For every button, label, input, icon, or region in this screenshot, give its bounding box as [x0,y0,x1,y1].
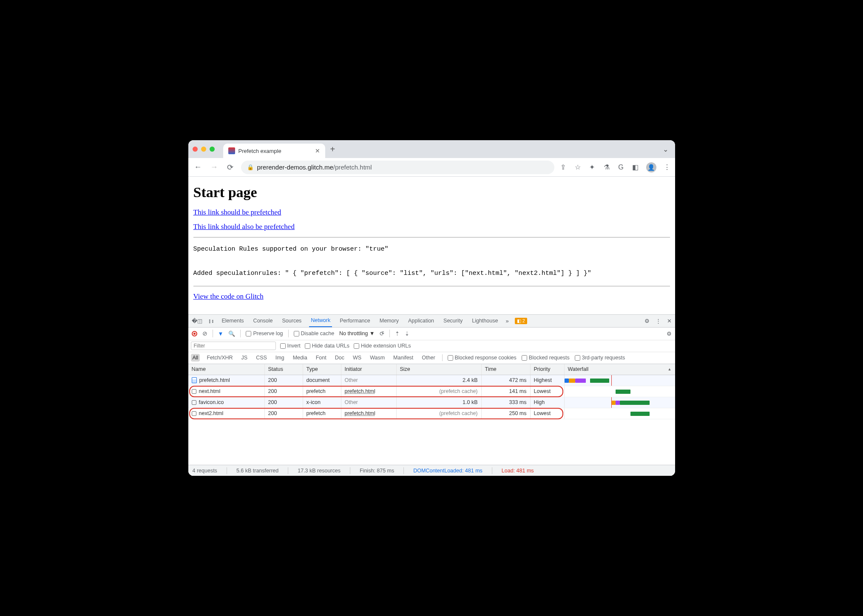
type-filter-media[interactable]: Media [291,354,309,362]
status-resources: 17.3 kB resources [298,468,341,474]
new-tab-button[interactable]: + [330,144,335,154]
devtools-tab-network[interactable]: Network [309,314,332,327]
blocked-cookies-checkbox[interactable]: Blocked response cookies [448,355,517,361]
search-icon[interactable]: 🔍 [228,331,235,337]
hide-data-urls-checkbox[interactable]: Hide data URLs [305,343,349,349]
cell-priority: Highest [531,375,565,386]
devtools-tab-elements[interactable]: Elements [220,314,246,327]
settings-icon[interactable]: ⚙ [644,318,650,324]
preserve-log-checkbox[interactable]: Preserve log [246,331,283,336]
devtools-tab-memory[interactable]: Memory [378,314,400,327]
type-filter-js[interactable]: JS [240,354,250,362]
page-heading: Start page [193,184,670,201]
favicon-icon [228,147,235,154]
invert-checkbox[interactable]: Invert [280,343,301,349]
disable-cache-checkbox[interactable]: Disable cache [294,331,335,336]
hide-extension-urls-checkbox[interactable]: Hide extension URLs [354,343,411,349]
more-tabs-icon[interactable]: » [505,318,508,324]
cell-waterfall [565,375,675,386]
col-size[interactable]: Size [397,364,482,375]
third-party-checkbox[interactable]: 3rd-party requests [575,355,625,361]
type-filter-fetchxhr[interactable]: Fetch/XHR [205,354,234,362]
prefetch-link-1[interactable]: This link should be prefetched [193,208,281,216]
type-filter-font[interactable]: Font [314,354,328,362]
devtools-tab-sources[interactable]: Sources [280,314,303,327]
table-row[interactable]: next2.html200prefetchprefetch.html(prefe… [188,408,675,419]
throttling-select[interactable]: No throttling ▼ [339,331,375,336]
type-filter-wasm[interactable]: Wasm [368,354,386,362]
window-maximize-button[interactable] [210,147,215,152]
cell-initiator: Other [341,397,397,408]
warning-badge[interactable]: ◧ 2 [515,318,527,324]
share-icon[interactable]: ⇪ [559,163,567,171]
export-har-icon[interactable]: ⇣ [405,331,409,337]
import-har-icon[interactable]: ⇡ [395,331,400,337]
devtools-close-icon[interactable]: ✕ [667,318,672,324]
type-filter-img[interactable]: Img [274,354,286,362]
devtools-tab-performance[interactable]: Performance [338,314,372,327]
devtools-tab-console[interactable]: Console [252,314,275,327]
back-button[interactable]: ← [193,163,204,172]
initiator-text[interactable]: prefetch.html [345,410,375,416]
browser-tab[interactable]: Prefetch example ✕ [223,144,325,158]
cell-initiator: Other [341,375,397,386]
table-header: Name Status Type Initiator Size Time Pri… [188,364,675,375]
window-close-button[interactable] [193,147,198,152]
forward-button[interactable]: → [209,163,220,172]
extensions-icon[interactable]: ✦ [588,163,596,171]
type-filter-css[interactable]: CSS [254,354,269,362]
blocked-requests-checkbox[interactable]: Blocked requests [522,355,570,361]
filter-toggle-icon[interactable]: ▼ [218,331,224,337]
table-row[interactable]: favicon.ico200x-iconOther1.0 kB333 msHig… [188,397,675,408]
cell-size: (prefetch cache) [397,408,482,419]
inspect-icon[interactable]: �◫ [192,318,202,324]
type-filter-manifest[interactable]: Manifest [392,354,415,362]
type-filter-ws[interactable]: WS [351,354,363,362]
divider [193,237,670,237]
type-filter-other[interactable]: Other [420,354,437,362]
col-priority[interactable]: Priority [531,364,565,375]
col-name[interactable]: Name [188,364,265,375]
status-finish: Finish: 875 ms [360,468,394,474]
type-filter-doc[interactable]: Doc [333,354,346,362]
reload-button[interactable]: ⟳ [225,163,236,172]
status-load: Load: 481 ms [502,468,534,474]
device-toggle-icon[interactable]: ⫿⫾ [208,318,214,324]
menu-icon[interactable]: ⋮ [663,163,671,171]
col-type[interactable]: Type [303,364,341,375]
url-box[interactable]: 🔒 prerender-demos.glitch.me/prefetch.htm… [241,161,554,174]
window-minimize-button[interactable] [201,147,206,152]
table-row[interactable]: prefetch.html200documentOther2.4 kB472 m… [188,375,675,386]
network-conditions-icon[interactable]: ⟳̃ [380,331,384,337]
table-row[interactable]: next.html200prefetchprefetch.html(prefet… [188,386,675,397]
cell-size: 1.0 kB [397,397,482,408]
devtools-tab-security[interactable]: Security [442,314,464,327]
devtools-menu-icon[interactable]: ⋮ [656,318,661,324]
filter-input[interactable] [191,342,276,350]
sidepanel-icon[interactable]: ◧ [632,163,639,171]
col-status[interactable]: Status [265,364,303,375]
request-name: prefetch.html [199,377,230,383]
prefetch-link-2[interactable]: This link should also be prefetched [193,223,295,231]
col-initiator[interactable]: Initiator [341,364,397,375]
devtools-tab-lighthouse[interactable]: Lighthouse [470,314,500,327]
google-icon[interactable]: G [617,164,625,171]
document-icon [192,377,197,383]
cell-type: x-icon [303,397,341,408]
close-tab-icon[interactable]: ✕ [315,147,320,154]
cell-initiator: prefetch.html [341,386,397,397]
devtools-tab-application[interactable]: Application [406,314,436,327]
clear-button[interactable]: ⊘ [202,330,207,337]
cell-type: prefetch [303,408,341,419]
tab-overflow-icon[interactable]: ⌄ [663,145,668,153]
labs-icon[interactable]: ⚗ [603,163,610,171]
type-filter-all[interactable]: All [191,354,200,362]
profile-avatar[interactable]: 👤 [646,162,656,172]
col-time[interactable]: Time [482,364,531,375]
network-settings-icon[interactable]: ⚙ [667,331,672,337]
glitch-link[interactable]: View the code on Glitch [193,292,264,300]
initiator-text[interactable]: prefetch.html [345,388,375,394]
bookmark-icon[interactable]: ☆ [574,163,582,171]
record-button[interactable] [192,331,197,336]
col-waterfall[interactable]: Waterfall▲ [565,364,675,375]
